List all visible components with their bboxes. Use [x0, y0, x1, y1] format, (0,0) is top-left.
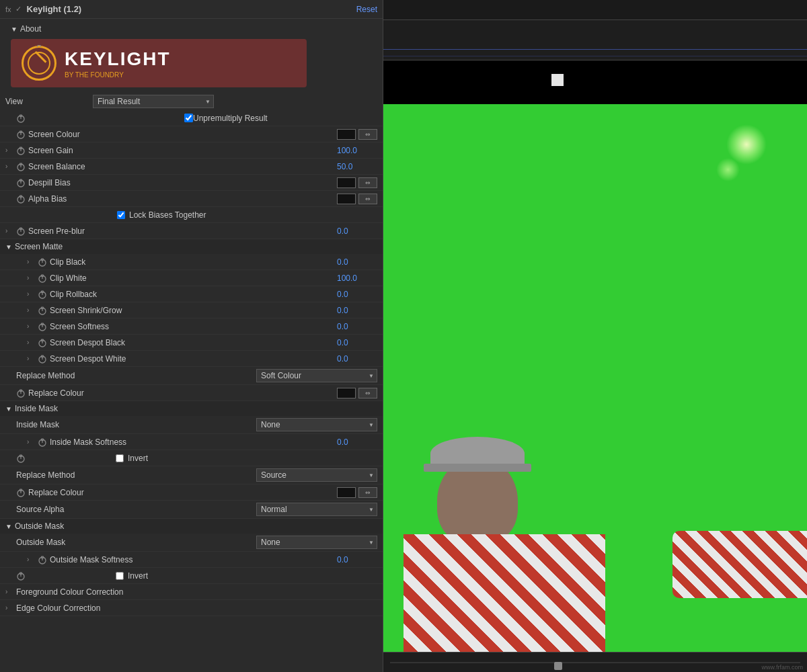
about-triangle: ▼ — [11, 26, 17, 33]
screen-despot-black-value[interactable]: 0.0 — [337, 338, 377, 347]
replace-colour-2-row: Replace Colour ⇔ — [0, 485, 383, 501]
despill-bias-swatch[interactable] — [337, 177, 356, 188]
outside-mask-header[interactable]: ▼ Outside Mask — [0, 519, 383, 534]
clip-black-expand[interactable]: › — [27, 258, 35, 265]
stopwatch-icon-5 — [16, 178, 26, 187]
screen-gain-value[interactable]: 100.0 — [337, 146, 377, 155]
replace-colour-2-swatch[interactable] — [337, 487, 356, 498]
replace-method-2-dropdown-wrapper[interactable]: Source Soft Colour Hard Colour — [256, 468, 377, 482]
foreground-colour-row: › Foreground Colour Correction — [0, 584, 383, 600]
screen-matte-triangle: ▼ — [5, 243, 12, 251]
inside-mask-dropdown-wrapper[interactable]: None Layer 1 — [256, 418, 377, 431]
view-dropdown-wrapper[interactable]: Final Result Screen Matte Status Interme… — [93, 95, 214, 108]
person-layer — [383, 104, 807, 652]
outside-mask-softness-value[interactable]: 0.0 — [337, 555, 377, 564]
timeline-line-2 — [383, 56, 807, 56]
replace-method-2-dropdown[interactable]: Source Soft Colour Hard Colour — [256, 468, 377, 482]
top-bar-right — [383, 0, 807, 20]
despill-bias-link[interactable]: ⇔ — [358, 177, 377, 188]
screen-gain-row: › Screen Gain 100.0 — [0, 142, 383, 159]
screen-softness-value[interactable]: 0.0 — [337, 322, 377, 331]
clip-rollback-expand[interactable]: › — [27, 290, 35, 298]
clip-rollback-label: Clip Rollback — [50, 290, 337, 299]
despill-bias-label: Despill Bias — [28, 178, 337, 187]
reset-button[interactable]: Reset — [356, 5, 377, 14]
outside-mask-dropdown[interactable]: None Layer 1 — [256, 536, 377, 549]
outside-mask-softness-expand[interactable]: › — [27, 556, 35, 563]
clip-white-label: Clip White — [50, 274, 337, 283]
screen-despot-white-expand[interactable]: › — [27, 355, 35, 362]
screen-matte-header[interactable]: ▼ Screen Matte — [0, 239, 383, 254]
replace-colour-swatch[interactable] — [337, 388, 356, 398]
source-alpha-row: Source Alpha Normal Premultiplied Straig… — [0, 501, 383, 519]
stopwatch-icon-16 — [38, 437, 47, 447]
watermark: www.frfam.com — [761, 664, 803, 671]
screen-shrink-grow-value[interactable]: 0.0 — [337, 306, 377, 315]
replace-method-label: Replace Method — [16, 371, 256, 380]
view-dropdown[interactable]: Final Result Screen Matte Status Interme… — [93, 95, 214, 108]
bottom-timeline[interactable]: www.frfam.com — [383, 652, 807, 672]
screen-preblur-value[interactable]: 0.0 — [337, 226, 377, 236]
source-alpha-label: Source Alpha — [16, 505, 256, 514]
alpha-bias-swatch[interactable] — [337, 194, 356, 204]
screen-despot-white-value[interactable]: 0.0 — [337, 354, 377, 364]
stopwatch-icon-19 — [38, 555, 47, 564]
screen-matte-label: Screen Matte — [15, 242, 63, 251]
unpremultiply-checkbox[interactable] — [184, 114, 193, 122]
clip-black-value[interactable]: 0.0 — [337, 257, 377, 267]
screen-despot-black-row: › Screen Despot Black 0.0 — [0, 335, 383, 351]
preview-image-area — [383, 104, 807, 652]
screen-balance-value[interactable]: 50.0 — [337, 162, 377, 171]
inside-mask-softness-expand[interactable]: › — [27, 438, 35, 446]
outside-mask-dropdown-wrapper[interactable]: None Layer 1 — [256, 536, 377, 549]
screen-preblur-label: Screen Pre-blur — [28, 226, 337, 236]
replace-method-dropdown-wrapper[interactable]: Soft Colour Hard Colour Source — [256, 369, 377, 382]
screen-despot-white-label: Screen Despot White — [50, 354, 337, 364]
clip-rollback-value[interactable]: 0.0 — [337, 290, 377, 299]
stopwatch-icon-18 — [16, 488, 26, 497]
invert-2-checkbox[interactable] — [116, 572, 124, 580]
clip-white-expand[interactable]: › — [27, 274, 35, 282]
lock-biases-row: Lock Biases Together — [0, 207, 383, 223]
clip-white-value[interactable]: 100.0 — [337, 274, 377, 283]
screen-balance-expand[interactable]: › — [5, 163, 13, 170]
screen-colour-swatch[interactable] — [337, 129, 356, 140]
screen-shrink-grow-row: › Screen Shrink/Grow 0.0 — [0, 302, 383, 319]
foreground-colour-expand[interactable]: › — [5, 588, 13, 595]
screen-balance-label: Screen Balance — [28, 162, 337, 171]
edge-colour-expand[interactable]: › — [5, 604, 13, 612]
inside-mask-softness-value[interactable]: 0.0 — [337, 437, 377, 447]
invert-checkbox[interactable] — [116, 454, 124, 462]
outside-mask-section-label: Outside Mask — [15, 521, 64, 531]
person-hat-brim — [424, 464, 531, 472]
clip-black-label: Clip Black — [50, 257, 337, 267]
source-alpha-dropdown[interactable]: Normal Premultiplied Straight — [256, 503, 377, 516]
inside-mask-softness-label: Inside Mask Softness — [50, 437, 337, 447]
edge-colour-label: Edge Colour Correction — [16, 603, 377, 613]
source-alpha-dropdown-wrapper[interactable]: Normal Premultiplied Straight — [256, 503, 377, 516]
screen-balance-row: › Screen Balance 50.0 — [0, 159, 383, 175]
inside-mask-header[interactable]: ▼ Inside Mask — [0, 401, 383, 416]
timeline-line-1 — [383, 49, 807, 50]
replace-colour-2-link[interactable]: ⇔ — [358, 487, 377, 498]
screen-shrink-grow-expand[interactable]: › — [27, 306, 35, 314]
screen-colour-row: Screen Colour ⇔ — [0, 126, 383, 142]
replace-method-2-label: Replace Method — [16, 470, 256, 480]
timeline-thumb[interactable] — [554, 662, 562, 670]
outside-mask-softness-label: Outside Mask Softness — [50, 555, 337, 564]
stopwatch-icon-11 — [38, 306, 47, 315]
replace-method-dropdown[interactable]: Soft Colour Hard Colour Source — [256, 369, 377, 382]
screen-colour-link[interactable]: ⇔ — [358, 129, 377, 140]
screen-softness-expand[interactable]: › — [27, 323, 35, 330]
screen-preblur-expand[interactable]: › — [5, 227, 13, 235]
screen-gain-expand[interactable]: › — [5, 146, 13, 154]
alpha-bias-link[interactable]: ⇔ — [358, 194, 377, 204]
inside-mask-dropdown[interactable]: None Layer 1 — [256, 418, 377, 431]
lock-biases-checkbox[interactable] — [117, 211, 125, 219]
clip-rollback-row: › Clip Rollback 0.0 — [0, 286, 383, 302]
inside-mask-section-label: Inside Mask — [15, 404, 58, 413]
replace-colour-link[interactable]: ⇔ — [358, 388, 377, 398]
screen-despot-black-expand[interactable]: › — [27, 339, 35, 346]
about-toggle[interactable]: ▼ About — [11, 22, 377, 36]
person-arm-right — [672, 531, 807, 598]
